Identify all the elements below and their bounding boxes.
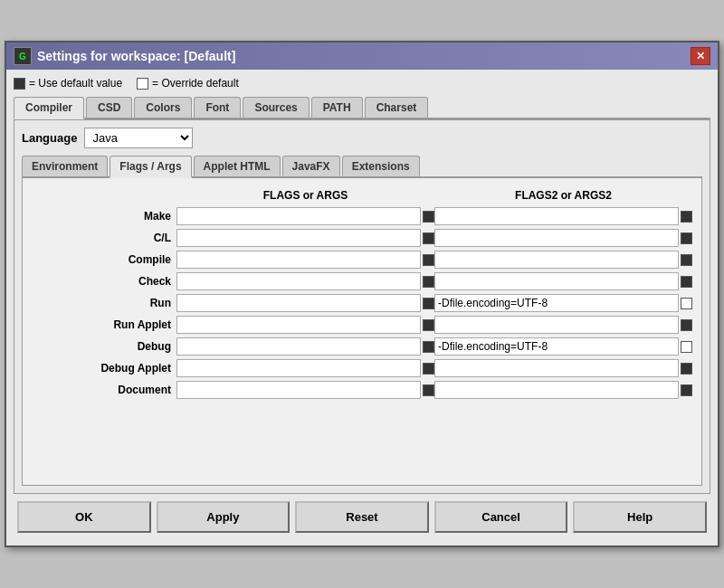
tab-font[interactable]: Font <box>194 97 241 118</box>
outer-tabs: Compiler CSD Colors Font Sources PATH Ch… <box>14 97 710 119</box>
legend-filled: = Use default value <box>14 77 122 90</box>
tab-csd[interactable]: CSD <box>86 97 132 118</box>
row-label-run-applet: Run Applet <box>32 318 176 331</box>
check-args1-input[interactable] <box>176 272 421 290</box>
tab-sources[interactable]: Sources <box>243 97 309 118</box>
make-args2-input[interactable] <box>434 207 679 225</box>
compile-args1-checkbox[interactable] <box>423 254 434 266</box>
compile-args1-input[interactable] <box>176 251 421 269</box>
runapplet-args2-input[interactable] <box>434 316 679 334</box>
table-row: Document <box>32 381 692 399</box>
language-select[interactable]: Java C C++ Python <box>84 128 193 148</box>
document-args2-checkbox[interactable] <box>681 384 692 396</box>
table-row: Run Applet <box>32 316 692 334</box>
debugapplet-args2-input[interactable] <box>434 359 679 377</box>
row-debugapplet-args2 <box>434 359 692 377</box>
title-bar: G Settings for workspace: [Default] ✕ <box>6 43 718 70</box>
document-args2-input[interactable] <box>434 381 679 399</box>
col1-header: FLAGS or ARGS <box>176 187 434 204</box>
footer-buttons: OK Apply Reset Cancel Help <box>14 494 710 538</box>
row-check-args1 <box>176 272 434 290</box>
row-make-args1 <box>176 207 434 225</box>
settings-window: G Settings for workspace: [Default] ✕ = … <box>5 41 719 547</box>
row-debug-args1 <box>176 337 434 356</box>
row-label-debug: Debug <box>32 340 176 353</box>
row-check-args2 <box>434 272 692 290</box>
debug-args2-checkbox[interactable] <box>681 341 692 353</box>
empty-checkbox-icon <box>137 78 148 90</box>
check-args2-input[interactable] <box>434 272 679 290</box>
runapplet-args1-input[interactable] <box>176 316 421 334</box>
language-label: Language <box>22 131 77 145</box>
ok-button[interactable]: OK <box>17 501 151 533</box>
filled-checkbox-icon <box>14 78 25 90</box>
table-row: C/L <box>32 229 692 247</box>
help-button[interactable]: Help <box>573 501 707 533</box>
table-row: Run <box>32 294 692 312</box>
col2-header: FLAGS2 or ARGS2 <box>434 187 692 204</box>
make-args2-checkbox[interactable] <box>681 211 692 223</box>
apply-button[interactable]: Apply <box>157 501 291 533</box>
row-label-document: Document <box>32 384 176 396</box>
row-compile-args2 <box>434 251 692 269</box>
check-args2-checkbox[interactable] <box>681 276 692 288</box>
row-document-args2 <box>434 381 692 399</box>
reset-button[interactable]: Reset <box>295 501 429 533</box>
cl-args1-input[interactable] <box>176 229 421 247</box>
legend-empty-label: = Override default <box>152 77 239 90</box>
tab-path[interactable]: PATH <box>311 97 363 118</box>
inner-tab-extensions[interactable]: Extensions <box>342 156 420 176</box>
debug-args1-input[interactable] <box>176 337 421 356</box>
cl-args2-checkbox[interactable] <box>681 232 692 244</box>
row-debug-args2 <box>434 337 692 356</box>
table-row: Make <box>32 207 692 225</box>
inner-tab-applet-html[interactable]: Applet HTML <box>194 156 281 176</box>
tab-compiler[interactable]: Compiler <box>14 97 84 119</box>
run-args2-checkbox[interactable] <box>681 298 692 309</box>
debugapplet-args2-checkbox[interactable] <box>681 363 692 375</box>
row-label-run: Run <box>32 297 176 309</box>
runapplet-args2-checkbox[interactable] <box>681 319 692 331</box>
row-label-cl: C/L <box>32 232 176 244</box>
tab-colors[interactable]: Colors <box>134 97 192 118</box>
debug-args2-input[interactable] <box>434 337 679 356</box>
row-label-make: Make <box>32 210 176 223</box>
make-args1-checkbox[interactable] <box>423 211 434 223</box>
row-debugapplet-args1 <box>176 359 434 377</box>
row-make-args2 <box>434 207 692 225</box>
check-args1-checkbox[interactable] <box>423 276 434 288</box>
runapplet-args1-checkbox[interactable] <box>423 319 434 331</box>
make-args1-input[interactable] <box>176 207 421 225</box>
cancel-button[interactable]: Cancel <box>434 501 568 533</box>
row-label-check: Check <box>32 275 176 288</box>
debugapplet-args1-checkbox[interactable] <box>423 363 434 375</box>
flags-table-header: FLAGS or ARGS FLAGS2 or ARGS2 <box>32 187 692 204</box>
close-button[interactable]: ✕ <box>691 47 710 65</box>
run-args2-input[interactable] <box>434 294 679 312</box>
compile-args2-input[interactable] <box>434 251 679 269</box>
row-label-debug-applet: Debug Applet <box>32 362 176 375</box>
row-compile-args1 <box>176 251 434 269</box>
row-runapplet-args2 <box>434 316 692 334</box>
table-row: Check <box>32 272 692 290</box>
debug-args1-checkbox[interactable] <box>423 341 434 353</box>
debugapplet-args1-input[interactable] <box>176 359 421 377</box>
inner-tab-environment[interactable]: Environment <box>22 156 108 176</box>
app-icon: G <box>14 47 32 65</box>
compile-args2-checkbox[interactable] <box>681 254 692 266</box>
run-args1-input[interactable] <box>176 294 421 312</box>
row-label-compile: Compile <box>32 253 176 266</box>
document-args1-checkbox[interactable] <box>423 384 434 396</box>
tab-charset[interactable]: Charset <box>365 97 429 118</box>
inner-tab-flags-args[interactable]: Flags / Args <box>110 156 191 178</box>
run-args1-checkbox[interactable] <box>423 298 434 309</box>
row-cl-args1 <box>176 229 434 247</box>
cl-args1-checkbox[interactable] <box>423 232 434 244</box>
cl-args2-input[interactable] <box>434 229 679 247</box>
document-args1-input[interactable] <box>176 381 421 399</box>
row-run-args2 <box>434 294 692 312</box>
window-title: Settings for workspace: [Default] <box>37 49 235 63</box>
legend-empty: = Override default <box>137 77 239 90</box>
inner-tab-javafx[interactable]: JavaFX <box>282 156 340 176</box>
legend-row: = Use default value = Override default <box>14 77 710 90</box>
